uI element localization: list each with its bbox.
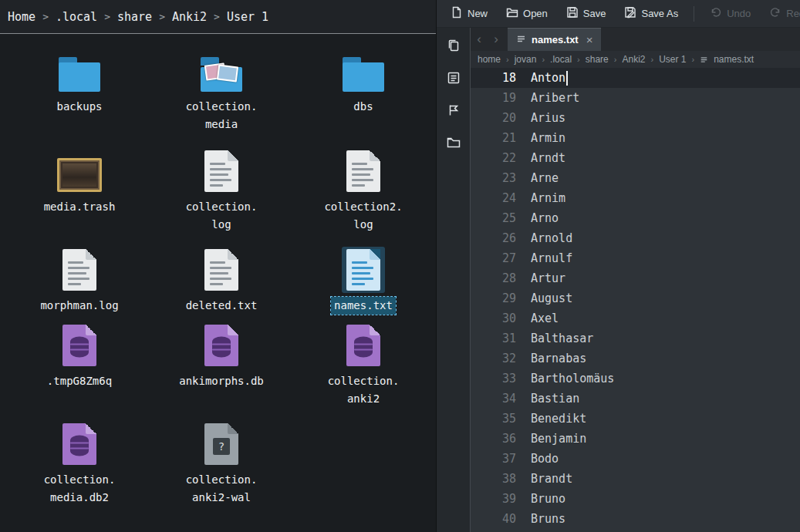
line-text: Bruno bbox=[531, 492, 565, 506]
file-label: collection. media bbox=[183, 98, 261, 133]
editor-line[interactable]: 21Armin bbox=[471, 128, 800, 148]
breadcrumb-item[interactable]: jovan bbox=[515, 54, 537, 65]
new-button[interactable]: New bbox=[443, 2, 495, 25]
editor-line[interactable]: 23Arne bbox=[471, 168, 800, 188]
filesystem-icon[interactable] bbox=[444, 133, 464, 153]
editor-line[interactable]: 34Bastian bbox=[471, 389, 800, 409]
undo-button[interactable]: Undo bbox=[702, 2, 758, 25]
file-item[interactable]: collection. anki2 bbox=[292, 319, 434, 418]
file-item[interactable]: names.txt bbox=[292, 244, 434, 319]
editor-line[interactable]: 25Arno bbox=[471, 208, 800, 228]
file-item[interactable]: collection. media.db2 bbox=[8, 418, 150, 532]
editor-line[interactable]: 22Arndt bbox=[471, 148, 800, 168]
breadcrumb-item[interactable]: Anki2 bbox=[622, 54, 645, 65]
line-text: Arndt bbox=[531, 151, 565, 165]
file-item[interactable]: collection. log bbox=[150, 145, 292, 244]
editor-line[interactable]: 28Artur bbox=[471, 268, 800, 288]
breadcrumb-item[interactable]: .local bbox=[56, 10, 97, 24]
line-text: Brandt bbox=[531, 472, 572, 486]
line-text: Arnim bbox=[531, 191, 565, 205]
breadcrumb-item[interactable]: share bbox=[586, 54, 609, 65]
breadcrumb-item[interactable]: home bbox=[478, 54, 501, 65]
editor-line[interactable]: 30Axel bbox=[471, 308, 800, 328]
editor-line[interactable]: 40Bruns bbox=[471, 509, 800, 529]
file-icon-view[interactable]: backupscollection. mediadbsmedia.trashco… bbox=[0, 35, 436, 532]
editor-line[interactable]: 38Brandt bbox=[471, 469, 800, 489]
editor-line[interactable]: 20Arius bbox=[471, 108, 800, 128]
tab-close-icon[interactable]: × bbox=[586, 33, 593, 46]
editor-toolbar: New Open Save Save As Undo Redo bbox=[437, 0, 800, 28]
breadcrumb-item[interactable]: User 1 bbox=[227, 10, 268, 24]
text-icon bbox=[200, 148, 243, 194]
new-document-icon bbox=[451, 6, 463, 21]
chevron-separator-icon: › bbox=[506, 55, 509, 64]
symbols-icon[interactable] bbox=[444, 100, 464, 120]
list-view-icon[interactable] bbox=[444, 68, 464, 88]
document-icon bbox=[700, 56, 708, 64]
image-icon bbox=[52, 148, 106, 194]
editor-line[interactable]: 31Balthasar bbox=[471, 328, 800, 348]
save-button[interactable]: Save bbox=[559, 2, 614, 25]
line-text: Bodo bbox=[531, 452, 559, 466]
save-as-icon bbox=[624, 6, 636, 21]
breadcrumb-item[interactable]: Anki2 bbox=[172, 10, 207, 24]
breadcrumb-item[interactable]: User 1 bbox=[659, 54, 686, 65]
editor-line[interactable]: 35Benedikt bbox=[471, 409, 800, 429]
file-label: ankimorphs.db bbox=[176, 372, 267, 390]
breadcrumb-item[interactable]: share bbox=[117, 10, 152, 24]
line-number: 25 bbox=[471, 211, 531, 225]
file-item[interactable]: collection. media bbox=[150, 45, 292, 145]
editor-line[interactable]: 36Benjamin bbox=[471, 429, 800, 449]
breadcrumb-item[interactable]: names.txt bbox=[714, 54, 754, 65]
tab-forward-button[interactable]: › bbox=[488, 28, 505, 51]
editor-line[interactable]: 32Barnabas bbox=[471, 348, 800, 369]
file-item[interactable]: media.trash bbox=[8, 145, 150, 244]
open-button[interactable]: Open bbox=[498, 2, 555, 25]
line-text: Anton bbox=[531, 71, 565, 85]
save-as-button-label: Save As bbox=[641, 8, 678, 19]
file-item[interactable]: dbs bbox=[292, 45, 434, 145]
editor-line[interactable]: 39Bruno bbox=[471, 489, 800, 509]
editor-line[interactable]: 27Arnulf bbox=[471, 248, 800, 268]
tab-back-button[interactable]: ‹ bbox=[471, 28, 488, 51]
editor-line[interactable]: 29August bbox=[471, 288, 800, 308]
breadcrumb-item[interactable]: .local bbox=[550, 54, 572, 65]
text-icon bbox=[200, 247, 243, 293]
editor-text-area[interactable]: 18Anton19Aribert20Arius21Armin22Arndt23A… bbox=[471, 68, 800, 532]
breadcrumb-item[interactable]: Home bbox=[8, 10, 35, 24]
file-label: dbs bbox=[350, 98, 376, 116]
line-text: Benjamin bbox=[531, 432, 586, 446]
file-item[interactable]: ?collection. anki2-wal bbox=[150, 418, 292, 532]
line-number: 34 bbox=[471, 392, 531, 406]
line-number: 20 bbox=[471, 111, 531, 125]
line-text: Bartholomäus bbox=[531, 372, 614, 386]
file-label: collection. media.db2 bbox=[41, 471, 119, 507]
line-number: 28 bbox=[471, 271, 531, 285]
file-item[interactable]: collection2. log bbox=[292, 145, 434, 244]
editor-line[interactable]: 19Aribert bbox=[471, 88, 800, 108]
text-cursor bbox=[566, 71, 568, 86]
editor-line[interactable]: 24Arnim bbox=[471, 188, 800, 208]
open-button-label: Open bbox=[523, 8, 548, 19]
editor-line[interactable]: 26Arnold bbox=[471, 228, 800, 248]
file-label: names.txt bbox=[331, 297, 396, 315]
file-item[interactable]: backups bbox=[8, 45, 150, 145]
line-text: Arnulf bbox=[531, 251, 572, 265]
tab-names-txt[interactable]: names.txt × bbox=[508, 28, 601, 51]
editor-line[interactable]: 18Anton bbox=[471, 68, 800, 88]
editor-line[interactable]: 37Bodo bbox=[471, 449, 800, 469]
file-item[interactable]: morphman.log bbox=[8, 244, 150, 319]
documents-icon[interactable] bbox=[444, 35, 464, 56]
file-item[interactable]: deleted.txt bbox=[150, 244, 292, 319]
file-item[interactable]: ankimorphs.db bbox=[150, 319, 292, 418]
line-number: 33 bbox=[471, 372, 531, 386]
line-number: 18 bbox=[471, 71, 531, 85]
save-icon bbox=[566, 6, 579, 21]
location-bar: Home>.local>share>Anki2>User 1 bbox=[0, 0, 436, 34]
save-as-button[interactable]: Save As bbox=[616, 2, 686, 25]
file-item[interactable]: .tmpG8Zm6q bbox=[8, 319, 150, 418]
editor-line[interactable]: 33Bartholomäus bbox=[471, 369, 800, 389]
tab-bar: ‹ › names.txt × bbox=[471, 28, 800, 51]
line-number: 19 bbox=[471, 91, 531, 105]
redo-button[interactable]: Redo bbox=[761, 2, 800, 25]
